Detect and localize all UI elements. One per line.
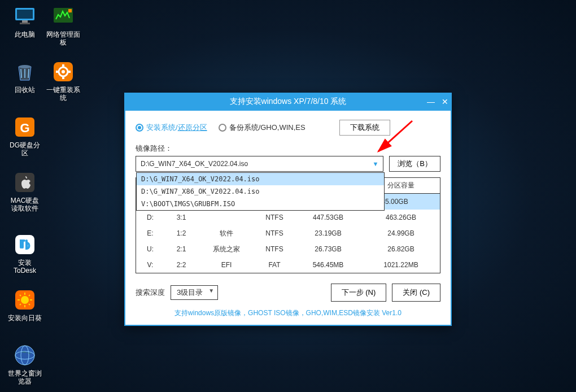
desktop-icon-todesk[interactable]: 安装ToDesk — [8, 233, 42, 275]
restore-link[interactable]: 还原分区 — [178, 123, 207, 132]
search-depth-label: 搜索深度 — [136, 288, 165, 298]
cell-free: 26.73GB — [294, 245, 362, 253]
window-controls: — ✕ — [427, 93, 448, 111]
table-row[interactable]: V:2:2EFIFAT546.45MB1021.22MB — [136, 257, 440, 273]
search-depth-select[interactable]: 3级目录 — [171, 285, 218, 300]
svg-point-4 — [19, 65, 31, 68]
cell-drive: U: — [136, 245, 164, 253]
backup-mode-radio[interactable]: 备份系统/GHO,WIN,ES — [219, 123, 306, 133]
cell-vol: 系统之家 — [198, 245, 255, 254]
supported-formats-note: 支持windows原版镜像，GHOST ISO镜像，GHO,WIM,ESD镜像安… — [136, 308, 440, 318]
close-button[interactable]: ✕ — [442, 97, 448, 106]
svg-rect-2 — [22, 20, 28, 23]
image-path-label: 镜像路径： — [136, 143, 440, 154]
cell-drive: E: — [136, 229, 164, 237]
download-system-button[interactable]: 下载系统 — [339, 120, 390, 136]
cell-vol: EFI — [198, 261, 255, 269]
dropdown-option[interactable]: V:\BOOT\IMGS\GRUBFM.ISO — [137, 198, 384, 210]
installer-window: 支持安装windows XP/7/8/10 系统 — ✕ 安装系统/还原分区 备… — [124, 93, 452, 326]
desktop-icon-dg[interactable]: GDG硬盘分区 — [8, 115, 42, 157]
image-path-options: D:\G_WIN7_X64_OK_V2022.04.iso D:\G_WIN7_… — [136, 172, 385, 211]
reinstall-icon — [51, 60, 75, 84]
backup-label: 备份系统/GHO,WIN,ES — [229, 123, 306, 133]
cell-seq: 2:1 — [164, 245, 198, 253]
cell-fmt: NTFS — [255, 229, 294, 237]
cell-cap: 1021.22MB — [362, 261, 440, 269]
icon-label: 安装向日葵 — [8, 314, 42, 322]
cell-cap: 26.82GB — [362, 245, 440, 253]
cell-cap: 24.99GB — [362, 229, 440, 237]
image-path-row: D:\G_WIN7_X64_OK_V2022.04.iso ▼ D:\G_WIN… — [136, 156, 440, 172]
svg-rect-3 — [20, 23, 30, 24]
svg-line-18 — [29, 295, 30, 296]
svg-rect-1 — [17, 10, 33, 19]
icon-label: 一键重装系统 — [46, 86, 80, 102]
svg-rect-24 — [68, 9, 72, 12]
cell-seq: 2:2 — [164, 261, 198, 269]
cell-free: 23.19GB — [294, 229, 362, 237]
icon-label: 回收站 — [15, 86, 35, 94]
svg-rect-8 — [15, 235, 34, 254]
install-label: 安装系统/ — [146, 123, 178, 132]
svg-point-10 — [21, 296, 29, 304]
cell-fmt: NTFS — [255, 245, 294, 253]
mode-tabs: 安装系统/还原分区 备份系统/GHO,WIN,ES 下载系统 — [136, 120, 440, 136]
svg-rect-29 — [62, 76, 64, 79]
browser-icon — [13, 343, 37, 367]
icon-label: 此电脑 — [15, 31, 35, 38]
window-body: 安装系统/还原分区 备份系统/GHO,WIN,ES 下载系统 镜像路径： D:\… — [124, 111, 452, 326]
install-mode-radio[interactable]: 安装系统/还原分区 — [136, 123, 207, 133]
cell-drive: D: — [136, 214, 164, 221]
image-path-dropdown[interactable]: D:\G_WIN7_X64_OK_V2022.04.iso ▼ D:\G_WIN… — [136, 156, 383, 172]
desktop-icon-browser[interactable]: 世界之窗浏览器 — [8, 343, 42, 385]
cell-free: 447.53GB — [294, 214, 362, 221]
svg-text:G: G — [20, 121, 29, 135]
cell-cap: 463.26GB — [362, 214, 440, 221]
radio-icon — [136, 124, 143, 132]
desktop-icon-reinstall[interactable]: 一键重装系统 — [46, 60, 80, 102]
cell-seq: 1:2 — [164, 229, 198, 237]
dropdown-option[interactable]: D:\G_WIN7_X86_OK_V2022.04.iso — [137, 185, 384, 198]
chevron-down-icon: ▼ — [372, 160, 378, 167]
cell-vol: 软件 — [198, 229, 255, 238]
desktop-icon-recycle[interactable]: 回收站 — [8, 60, 42, 94]
image-path-value: D:\G_WIN7_X64_OK_V2022.04.iso — [141, 160, 248, 168]
radio-icon — [219, 124, 226, 132]
svg-line-15 — [20, 295, 21, 296]
footer-controls: 搜索深度 3级目录 下一步 (N) 关闭 (C) — [136, 284, 440, 302]
cell-seq: 3:1 — [164, 214, 198, 221]
table-row[interactable]: U:2:1系统之家NTFS26.73GB26.82GB — [136, 241, 440, 257]
netpanel-icon — [51, 5, 75, 28]
svg-rect-30 — [56, 71, 59, 73]
icon-label: DG硬盘分区 — [8, 141, 42, 157]
svg-rect-28 — [62, 64, 64, 67]
mac-icon — [13, 171, 37, 194]
dropdown-option[interactable]: D:\G_WIN7_X64_OK_V2022.04.iso — [137, 173, 384, 185]
this-pc-icon — [13, 5, 37, 28]
desktop-icon-mac[interactable]: MAC硬盘读取软件 — [8, 171, 42, 212]
svg-line-17 — [20, 304, 21, 305]
cell-fmt: NTFS — [255, 214, 294, 221]
window-title: 支持安装windows XP/7/8/10 系统 — [230, 97, 347, 107]
sunflower-icon — [13, 288, 37, 312]
recycle-icon — [13, 60, 37, 84]
todesk-icon — [13, 233, 37, 256]
browse-button[interactable]: 浏览（B） — [389, 156, 440, 172]
cell-fmt: FAT — [255, 261, 294, 269]
desktop-icon-sunflower[interactable]: 安装向日葵 — [8, 288, 42, 322]
titlebar[interactable]: 支持安装windows XP/7/8/10 系统 — ✕ — [124, 93, 452, 111]
desktop-icon-netpanel[interactable]: 网络管理面板 — [46, 5, 80, 46]
next-button[interactable]: 下一步 (N) — [331, 284, 387, 302]
dg-icon: G — [13, 115, 37, 139]
svg-line-16 — [29, 304, 30, 305]
svg-point-27 — [62, 70, 65, 73]
minimize-button[interactable]: — — [427, 97, 435, 106]
icon-label: 网络管理面板 — [46, 31, 80, 46]
close-window-button[interactable]: 关闭 (C) — [392, 284, 440, 302]
table-row[interactable]: E:1:2软件NTFS23.19GB24.99GB — [136, 225, 440, 241]
desktop-icon-this-pc[interactable]: 此电脑 — [8, 5, 42, 38]
svg-rect-31 — [68, 71, 71, 73]
icon-label: 安装ToDesk — [8, 259, 42, 275]
table-row[interactable]: D:3:1NTFS447.53GB463.26GB — [136, 210, 440, 225]
icon-label: MAC硬盘读取软件 — [8, 197, 42, 212]
